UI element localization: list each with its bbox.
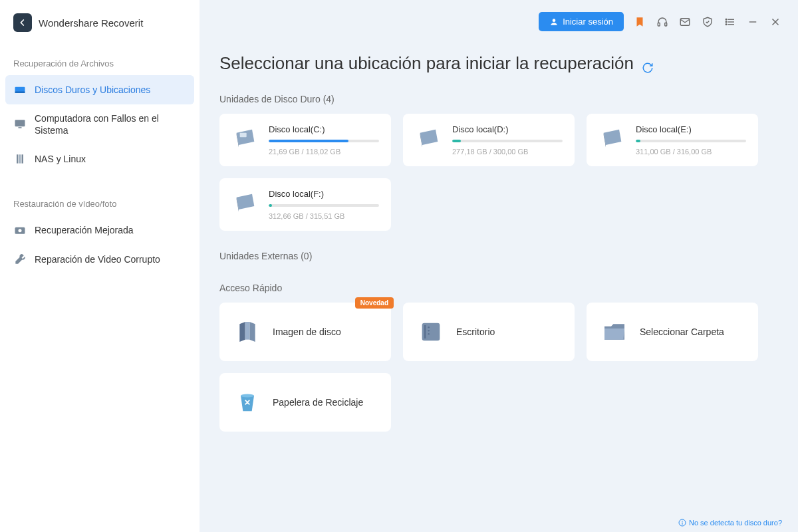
topbar: Iniciar sesión bbox=[539, 12, 782, 31]
hdd-icon bbox=[231, 189, 259, 217]
disk-progress bbox=[269, 140, 379, 142]
quick-section-head: Acceso Rápido bbox=[219, 283, 778, 293]
svg-rect-6 bbox=[22, 155, 24, 164]
camera-icon bbox=[13, 223, 27, 237]
main-content: Iniciar sesión Seleccionar una ubicación… bbox=[200, 0, 798, 532]
svg-rect-10 bbox=[658, 23, 660, 26]
svg-point-18 bbox=[726, 24, 727, 25]
ext-section-head: Unidades Externas (0) bbox=[219, 251, 778, 261]
disk-image-icon bbox=[233, 317, 262, 346]
hdd-icon bbox=[598, 124, 626, 152]
disk-progress bbox=[636, 140, 746, 142]
app-logo-icon bbox=[13, 13, 32, 32]
svg-point-27 bbox=[428, 330, 430, 332]
disk-card-c[interactable]: Disco local(C:) 21,69 GB / 118,02 GB bbox=[219, 114, 391, 166]
quick-card-recycle[interactable]: Papelera de Reciclaje bbox=[219, 373, 391, 432]
disk-icon bbox=[13, 83, 27, 96]
sidebar-section-restore: Restauración de vídeo/foto bbox=[0, 192, 200, 215]
headset-icon[interactable] bbox=[656, 15, 669, 29]
svg-point-17 bbox=[726, 21, 727, 23]
svg-point-28 bbox=[428, 333, 430, 335]
quick-label: Imagen de disco bbox=[273, 327, 341, 337]
menu-icon[interactable] bbox=[724, 15, 737, 29]
page-title: Seleccionar una ubicación para iniciar l… bbox=[219, 53, 778, 74]
quick-grid: Novedad Imagen de disco Escritorio Selec… bbox=[219, 303, 778, 432]
disk-progress bbox=[452, 140, 563, 142]
user-icon bbox=[549, 17, 559, 27]
svg-rect-4 bbox=[17, 155, 19, 164]
close-icon[interactable] bbox=[769, 15, 782, 29]
desktop-icon bbox=[416, 317, 446, 346]
sidebar-item-label: NAS y Linux bbox=[35, 153, 86, 165]
new-badge: Novedad bbox=[355, 297, 394, 309]
svg-point-9 bbox=[553, 19, 556, 22]
monitor-icon bbox=[13, 118, 27, 131]
app-logo-area: Wondershare Recoverit bbox=[0, 13, 200, 52]
bookmark-icon[interactable] bbox=[633, 15, 646, 29]
disk-size: 277,18 GB / 300,00 GB bbox=[452, 148, 563, 156]
info-icon bbox=[678, 519, 686, 527]
quick-label: Escritorio bbox=[456, 327, 495, 337]
svg-rect-2 bbox=[15, 120, 25, 127]
svg-rect-25 bbox=[424, 325, 426, 338]
sidebar-section-recovery: Recuperación de Archivos bbox=[0, 52, 200, 75]
login-button[interactable]: Iniciar sesión bbox=[539, 12, 624, 31]
disk-size: 312,66 GB / 315,51 GB bbox=[269, 212, 379, 220]
sidebar-item-disks[interactable]: Discos Duros y Ubicaciones bbox=[5, 75, 194, 104]
hdd-icon bbox=[415, 124, 443, 152]
folder-icon bbox=[600, 317, 629, 346]
disk-name: Disco local(D:) bbox=[452, 124, 563, 134]
svg-point-16 bbox=[726, 19, 727, 20]
quick-label: Seleccionar Carpeta bbox=[640, 327, 724, 337]
svg-rect-22 bbox=[240, 133, 247, 138]
disk-size: 311,00 GB / 316,00 GB bbox=[636, 148, 746, 156]
hdd-section-head: Unidades de Disco Duro (4) bbox=[219, 94, 778, 104]
sidebar-item-enhanced[interactable]: Recuperación Mejorada bbox=[0, 215, 200, 245]
hdd-icon bbox=[231, 124, 259, 152]
refresh-icon[interactable] bbox=[642, 58, 654, 70]
disk-card-e[interactable]: Disco local(E:) 311,00 GB / 316,00 GB bbox=[587, 114, 758, 166]
sidebar-item-label: Recuperación Mejorada bbox=[35, 224, 134, 236]
quick-card-folder[interactable]: Seleccionar Carpeta bbox=[587, 303, 758, 361]
sidebar-item-crashed[interactable]: Computadora con Fallos en el Sistema bbox=[0, 104, 200, 144]
sidebar: Wondershare Recoverit Recuperación de Ar… bbox=[0, 0, 200, 532]
disk-name: Disco local(E:) bbox=[636, 124, 746, 134]
svg-point-26 bbox=[428, 327, 430, 329]
disk-card-d[interactable]: Disco local(D:) 277,18 GB / 300,00 GB bbox=[403, 114, 575, 166]
svg-rect-23 bbox=[245, 322, 250, 340]
disk-size: 21,69 GB / 118,02 GB bbox=[269, 148, 379, 156]
sidebar-item-video-repair[interactable]: Reparación de Video Corrupto bbox=[0, 245, 200, 274]
minimize-icon[interactable] bbox=[746, 15, 759, 29]
quick-card-image[interactable]: Novedad Imagen de disco bbox=[219, 303, 391, 361]
app-title: Wondershare Recoverit bbox=[39, 17, 143, 29]
svg-point-29 bbox=[241, 394, 254, 398]
sidebar-item-label: Discos Duros y Ubicaciones bbox=[35, 84, 150, 96]
disk-card-f[interactable]: Disco local(F:) 312,66 GB / 315,51 GB bbox=[219, 178, 391, 231]
disk-grid: Disco local(C:) 21,69 GB / 118,02 GB Dis… bbox=[219, 114, 778, 231]
sidebar-item-label: Reparación de Video Corrupto bbox=[35, 253, 160, 265]
mail-icon[interactable] bbox=[678, 15, 692, 29]
quick-label: Papelera de Reciclaje bbox=[273, 397, 363, 408]
sidebar-item-label: Computadora con Fallos en el Sistema bbox=[35, 112, 186, 136]
disk-name: Disco local(C:) bbox=[269, 124, 379, 134]
svg-rect-3 bbox=[19, 127, 22, 128]
quick-card-desktop[interactable]: Escritorio bbox=[403, 303, 575, 361]
wrench-icon bbox=[13, 253, 27, 266]
svg-point-8 bbox=[19, 229, 22, 233]
sidebar-item-nas[interactable]: NAS y Linux bbox=[0, 144, 200, 174]
footer-help-link[interactable]: No se detecta tu disco duro? bbox=[678, 519, 782, 527]
server-icon bbox=[13, 152, 27, 166]
recycle-bin-icon bbox=[233, 388, 262, 417]
disk-name: Disco local(F:) bbox=[269, 189, 379, 199]
login-label: Iniciar sesión bbox=[563, 17, 613, 27]
svg-rect-5 bbox=[19, 155, 21, 164]
svg-rect-1 bbox=[15, 92, 25, 94]
shield-icon[interactable] bbox=[701, 15, 714, 29]
disk-progress bbox=[269, 204, 379, 207]
svg-rect-11 bbox=[665, 23, 667, 26]
